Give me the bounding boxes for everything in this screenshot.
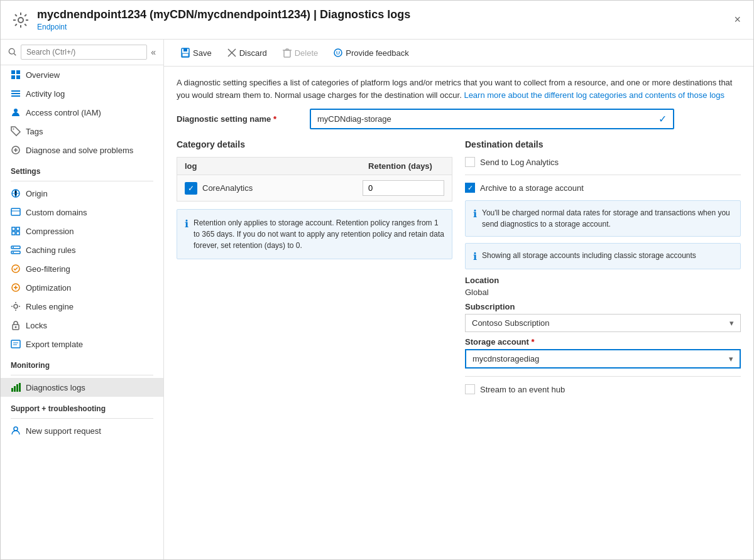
svg-rect-19 [16,232,19,235]
storage-account-required: * [531,337,534,347]
overview-icon [11,70,21,80]
sidebar-item-locks[interactable]: Locks [1,316,163,335]
location-value: Global [465,288,741,297]
discard-button[interactable]: Discard [221,45,273,61]
sidebar-item-origin[interactable]: Origin [1,184,163,203]
svg-point-47 [334,49,342,57]
archive-storage-item: ✓ Archive to a storage account [465,183,741,193]
sidebar-item-export-template[interactable]: Export template [1,335,163,353]
retention-input[interactable] [363,180,444,196]
log-col-label: log [185,161,356,171]
required-marker: * [273,114,276,124]
discard-icon [227,48,237,58]
svg-rect-39 [182,53,188,57]
category-header: Category details [177,139,452,149]
header-title-group: mycdnendpoint1234 (myCDN/mycdnendpoint12… [37,8,410,31]
svg-rect-33 [14,386,16,392]
storage-account-value: mycdnstoragediag [473,354,539,363]
archive-storage-checkbox[interactable]: ✓ [465,183,475,193]
svg-point-10 [14,109,18,112]
subscription-dropdown[interactable]: Contoso Subscription ▾ [465,314,741,332]
sidebar-item-diagnostics-logs[interactable]: Diagnostics logs [1,378,163,397]
subscription-group: Subscription Contoso Subscription ▾ [465,302,741,332]
svg-point-49 [339,51,340,53]
subscription-value: Contoso Subscription [472,318,550,328]
core-analytics-checkbox[interactable]: ✓ [185,182,197,195]
page-header: mycdnendpoint1234 (myCDN/mycdnendpoint12… [1,1,753,40]
save-icon [180,48,190,58]
learn-more-link[interactable]: Learn more about the different log categ… [464,90,724,100]
search-icon [8,48,17,57]
storage-account-label: Storage account * [465,337,741,347]
sidebar-item-iam[interactable]: Access control (IAM) [1,103,163,122]
page-title: mycdnendpoint1234 (myCDN/mycdnendpoint12… [37,8,410,21]
header-left: mycdnendpoint1234 (myCDN/mycdnendpoint12… [11,8,410,31]
sidebar-label-caching-rules: Caching rules [26,245,76,255]
retention-col-label: Retention (days) [356,161,444,171]
stream-event-hub-label: Stream to an event hub [480,385,565,394]
compression-icon [11,226,21,236]
sidebar-label-diagnose: Diagnose and solve problems [26,146,133,155]
content-area: Save Discard Delete Provide feedback [164,40,753,559]
save-label: Save [193,48,212,58]
activity-log-icon [11,89,21,99]
sidebar-item-rules-engine[interactable]: Rules engine [1,297,163,316]
sidebar-item-custom-domains[interactable]: Custom domains [1,203,163,222]
log-analytics-checkbox[interactable] [465,157,475,167]
delete-button[interactable]: Delete [276,45,325,61]
svg-rect-8 [11,93,20,94]
diag-setting-label: Diagnostic setting name * [177,114,302,124]
origin-icon [11,188,21,198]
feedback-label: Provide feedback [346,48,408,58]
log-analytics-item: Send to Log Analytics [465,157,741,167]
sidebar-item-overview[interactable]: Overview [1,65,163,84]
svg-point-11 [13,129,14,130]
svg-rect-3 [11,70,15,74]
feedback-button[interactable]: Provide feedback [327,45,415,61]
diag-setting-input[interactable] [317,114,658,124]
sidebar-label-custom-domains: Custom domains [26,208,87,217]
sidebar-item-new-support-request[interactable]: New support request [1,421,163,440]
storage-info-text: You'll be charged normal data rates for … [482,207,733,230]
settings-icon [11,10,31,30]
sidebar-item-geo-filtering[interactable]: Geo-filtering [1,259,163,278]
save-button[interactable]: Save [174,45,218,61]
feedback-icon [333,48,343,58]
destination-details-col: Destination details Send to Log Analytic… [465,139,741,394]
sidebar-item-compression[interactable]: Compression [1,222,163,240]
svg-rect-32 [11,388,13,392]
stream-event-hub-checkbox[interactable] [465,384,475,394]
svg-point-1 [9,48,14,54]
sidebar-label-new-support-request: New support request [26,426,101,436]
svg-rect-42 [284,50,290,57]
svg-rect-35 [19,383,21,392]
storage-account-dropdown[interactable]: mycdnstoragediag ▾ [465,349,741,369]
sidebar-item-optimization[interactable]: Optimization [1,278,163,297]
collapse-button[interactable]: « [151,47,156,57]
archive-storage-label: Archive to a storage account [480,183,584,193]
sidebar-label-diagnostics-logs: Diagnostics logs [26,383,85,392]
svg-rect-5 [11,75,15,79]
stream-event-hub-item: Stream to an event hub [465,376,741,394]
sidebar-label-optimization: Optimization [26,283,71,293]
svg-point-22 [13,247,14,248]
sidebar-label-overview: Overview [26,70,60,80]
sidebar-item-tags[interactable]: Tags [1,122,163,141]
sidebar-item-activity-log[interactable]: Activity log [1,84,163,103]
search-input[interactable] [21,45,147,60]
location-label: Location [465,276,741,285]
svg-rect-38 [183,48,187,51]
close-button[interactable]: × [731,11,743,29]
search-box: « [1,40,163,65]
showing-storage-info-box: ℹ Showing all storage accounts including… [465,243,741,269]
subscription-label: Subscription [465,302,741,311]
sidebar-item-caching-rules[interactable]: Caching rules [1,240,163,259]
svg-rect-4 [16,70,20,74]
diagnose-icon [11,145,21,155]
sidebar-label-activity-log: Activity log [26,89,65,99]
diag-setting-input-wrapper[interactable]: ✓ [310,109,674,129]
svg-point-0 [18,18,23,23]
svg-rect-34 [16,384,18,392]
sidebar: « Overview Activity log Access control (… [1,40,164,559]
sidebar-item-diagnose[interactable]: Diagnose and solve problems [1,141,163,159]
